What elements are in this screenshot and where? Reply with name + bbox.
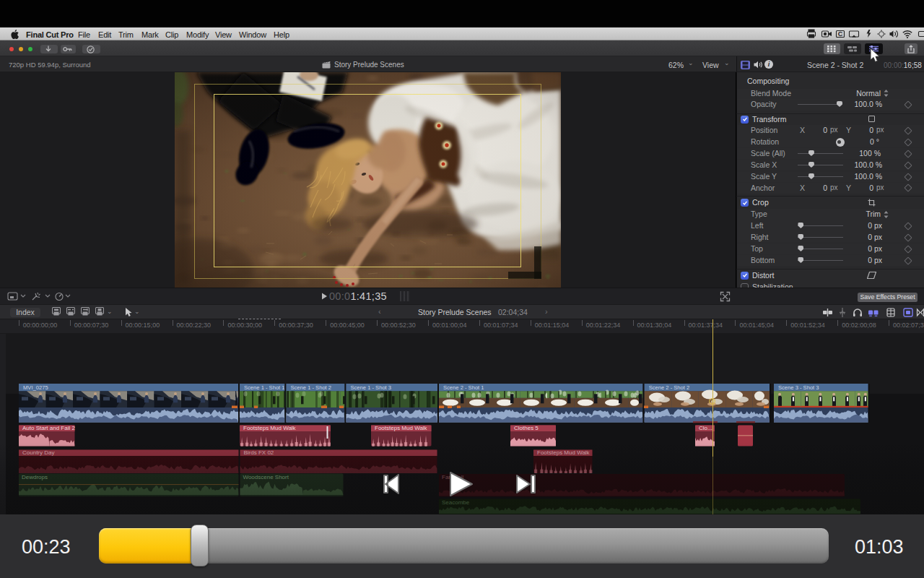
svg-text:C: C xyxy=(838,30,843,38)
svg-text:Clo...: Clo... xyxy=(699,425,712,431)
svg-text:Scene 1 - Shot 1: Scene 1 - Shot 1 xyxy=(244,384,285,391)
svg-text:Woodscene Short: Woodscene Short xyxy=(243,474,289,480)
svg-text:Scene 3 - Shot 3: Scene 3 - Shot 3 xyxy=(778,384,819,391)
svg-text:MVI_0275: MVI_0275 xyxy=(23,384,48,391)
svg-text:Footsteps Mud Walk: Footsteps Mud Walk xyxy=(243,425,297,431)
svg-text:Country Day: Country Day xyxy=(22,449,54,456)
svg-text:Dewdrops: Dewdrops xyxy=(22,474,48,480)
svg-text:Footsteps Mud Walk: Footsteps Mud Walk xyxy=(537,449,590,456)
svg-text:Scene 2 - Shot 1: Scene 2 - Shot 1 xyxy=(443,384,484,391)
svg-text:Scene 2 - Shot 2: Scene 2 - Shot 2 xyxy=(649,384,690,391)
svg-text:Footsteps Mud Walk: Footsteps Mud Walk xyxy=(375,425,428,431)
svg-text:Scene 1 - Shot 3: Scene 1 - Shot 3 xyxy=(351,384,392,391)
svg-text:Scene 1 - Shot 2: Scene 1 - Shot 2 xyxy=(291,384,332,391)
svg-text:Auto Start and Fail 2: Auto Start and Fail 2 xyxy=(22,425,75,431)
svg-text:Birds FX 02: Birds FX 02 xyxy=(244,449,274,456)
svg-text:Clothes 5: Clothes 5 xyxy=(514,425,539,431)
